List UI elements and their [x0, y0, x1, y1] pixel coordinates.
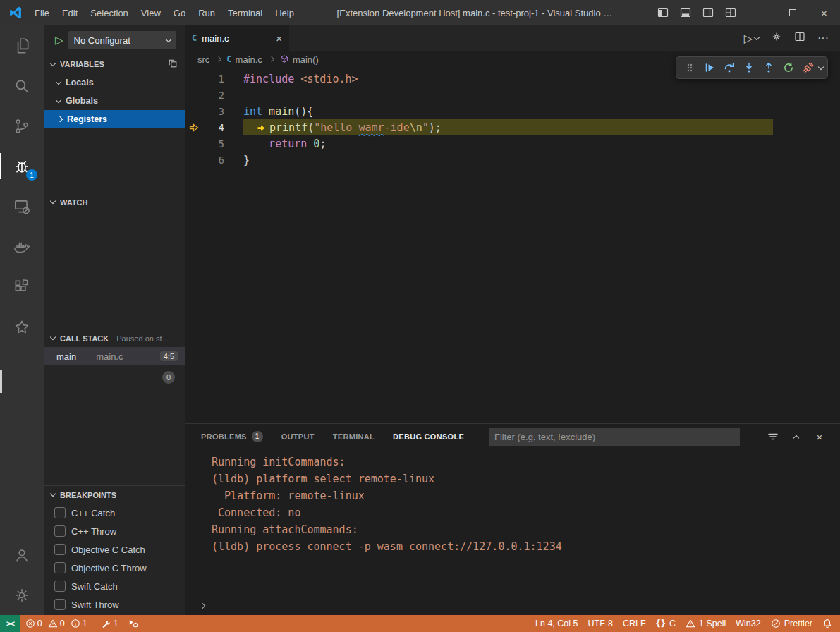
step-out-button[interactable]	[760, 59, 777, 76]
menu-view[interactable]: View	[135, 0, 167, 25]
toggle-secondary-sidebar-icon[interactable]	[698, 3, 718, 23]
more-actions-button[interactable]: ···	[817, 32, 829, 44]
section-header-variables[interactable]: VARIABLES	[44, 55, 185, 73]
code-editor[interactable]: 1 #include <stdio.h> 2 3 int main(){	[185, 68, 840, 423]
code-line-3[interactable]: 3 int main(){	[185, 103, 840, 119]
encoding-indicator[interactable]: UTF-8	[583, 615, 617, 632]
checkbox[interactable]	[54, 581, 66, 592]
section-header-watch[interactable]: WATCH	[44, 193, 185, 211]
breadcrumb-symbol[interactable]: main()	[279, 54, 319, 65]
split-editor-icon	[794, 31, 805, 42]
section-header-call-stack[interactable]: CALL STACK Paused on st...	[44, 329, 185, 347]
code-text: #include <stdio.h>	[224, 73, 358, 85]
remote-explorer-icon	[13, 198, 31, 216]
menu-selection[interactable]: Selection	[84, 0, 134, 25]
step-into-button[interactable]	[740, 59, 757, 76]
tab-label: DEBUG CONSOLE	[393, 432, 464, 441]
close-button[interactable]: ×	[808, 0, 840, 25]
activitybar-item-star[interactable]	[0, 307, 44, 347]
spell-checker-status[interactable]: 1 Spell	[681, 615, 731, 632]
line-number: 4	[203, 122, 224, 133]
activitybar-item-source-control[interactable]	[0, 106, 44, 146]
activitybar-item-remote-explorer[interactable]	[0, 186, 44, 226]
toolchain-status[interactable]: 1	[96, 615, 123, 632]
problems-status[interactable]: 0 0 1	[20, 615, 96, 632]
prettier-status[interactable]: Prettier	[766, 615, 817, 632]
code-line-4-current[interactable]: 4 printf("hello wamr-ide\n");	[185, 119, 840, 135]
close-panel-button[interactable]: ×	[813, 430, 826, 443]
menu-file[interactable]: File	[28, 0, 56, 25]
cursor-position[interactable]: Ln 4, Col 5	[530, 615, 583, 632]
callstack-frame-main[interactable]: main main.c 4:5	[44, 347, 185, 365]
filter-options-button[interactable]	[767, 430, 779, 443]
variables-scope-locals[interactable]: Locals	[44, 73, 185, 92]
menu-help[interactable]: Help	[269, 0, 300, 25]
tab-debug-console[interactable]: DEBUG CONSOLE	[393, 424, 464, 449]
language-mode[interactable]: {} C	[651, 615, 681, 632]
checkbox[interactable]	[54, 562, 66, 573]
variables-scope-registers[interactable]: Registers	[44, 110, 185, 128]
code-line-2[interactable]: 2	[185, 87, 840, 103]
breadcrumb-src[interactable]: src	[197, 54, 209, 65]
os-target[interactable]: Win32	[731, 615, 765, 632]
current-frame-gutter-arrow[interactable]	[185, 123, 203, 132]
activitybar-item-run-debug[interactable]: 1	[0, 146, 44, 186]
checkbox[interactable]	[54, 544, 66, 555]
menu-go[interactable]: Go	[167, 0, 192, 25]
run-file-button[interactable]: ▷	[744, 32, 759, 45]
minimize-button[interactable]	[745, 0, 777, 25]
editor-settings-button[interactable]	[771, 31, 782, 45]
statusbar-right: Ln 4, Col 5 UTF-8 CRLF {} C 1 Spell Win3…	[530, 615, 840, 632]
remote-indicator[interactable]: ><	[0, 615, 20, 632]
tab-output[interactable]: OUTPUT	[281, 424, 315, 449]
menu-run[interactable]: Run	[192, 0, 221, 25]
section-header-breakpoints[interactable]: BREAKPOINTS	[44, 485, 185, 504]
gear-icon	[13, 586, 31, 604]
activitybar-item-explorer[interactable]	[0, 25, 44, 66]
tab-terminal[interactable]: TERMINAL	[333, 424, 375, 449]
copy-value-icon[interactable]	[168, 59, 178, 70]
activitybar-item-docker[interactable]	[0, 226, 44, 267]
tab-close-icon[interactable]: ×	[276, 32, 282, 44]
breakpoint-label: C++ Catch	[71, 508, 115, 518]
spell-warning-squiggle: wamr	[358, 121, 384, 134]
debug-console-output[interactable]: Running initCommands: (lldb) platform se…	[185, 449, 840, 597]
checkbox[interactable]	[54, 507, 66, 518]
eol-indicator[interactable]: CRLF	[618, 615, 651, 632]
breadcrumb-file[interactable]: C main.c	[226, 54, 262, 65]
variables-scope-globals[interactable]: Globals	[44, 92, 185, 110]
checkbox[interactable]	[54, 599, 66, 610]
debug-console-input[interactable]	[185, 597, 840, 615]
disconnect-button[interactable]	[799, 59, 817, 76]
checkbox[interactable]	[54, 525, 66, 537]
debug-status[interactable]	[123, 615, 144, 632]
maximize-button[interactable]	[777, 0, 808, 25]
debug-config-dropdown[interactable]: No Configurat	[68, 31, 176, 49]
split-editor-button[interactable]	[794, 31, 805, 45]
activitybar-item-extensions[interactable]	[0, 267, 44, 307]
circle-slash-icon	[771, 619, 781, 628]
activitybar-item-accounts[interactable]	[0, 535, 44, 575]
customize-layout-icon[interactable]	[721, 3, 741, 23]
debug-console-filter-input[interactable]	[489, 428, 740, 446]
tab-main-c[interactable]: C main.c ×	[185, 25, 289, 51]
continue-button[interactable]	[700, 59, 718, 76]
activitybar-item-settings[interactable]	[0, 575, 44, 615]
notifications-button[interactable]	[817, 615, 837, 632]
os-label: Win32	[736, 619, 760, 628]
maximize-panel-button[interactable]	[790, 430, 803, 443]
tab-problems[interactable]: PROBLEMS 1	[201, 424, 263, 449]
activitybar-item-search[interactable]	[0, 66, 44, 106]
restart-button[interactable]	[779, 59, 797, 76]
start-debug-icon[interactable]: ▷	[55, 34, 63, 47]
code-line-5[interactable]: 5 return 0;	[185, 135, 840, 152]
toolbar-drag-handle[interactable]	[681, 59, 698, 76]
toggle-sidebar-icon[interactable]	[653, 3, 673, 23]
chevron-down-icon[interactable]	[818, 63, 824, 69]
menu-terminal[interactable]: Terminal	[221, 0, 269, 25]
toggle-panel-icon[interactable]	[676, 3, 695, 23]
code-line-6[interactable]: 6 }	[185, 152, 840, 168]
step-over-button[interactable]	[720, 59, 738, 76]
menu-edit[interactable]: Edit	[56, 0, 84, 25]
console-line: Running attachCommands:	[212, 521, 840, 538]
